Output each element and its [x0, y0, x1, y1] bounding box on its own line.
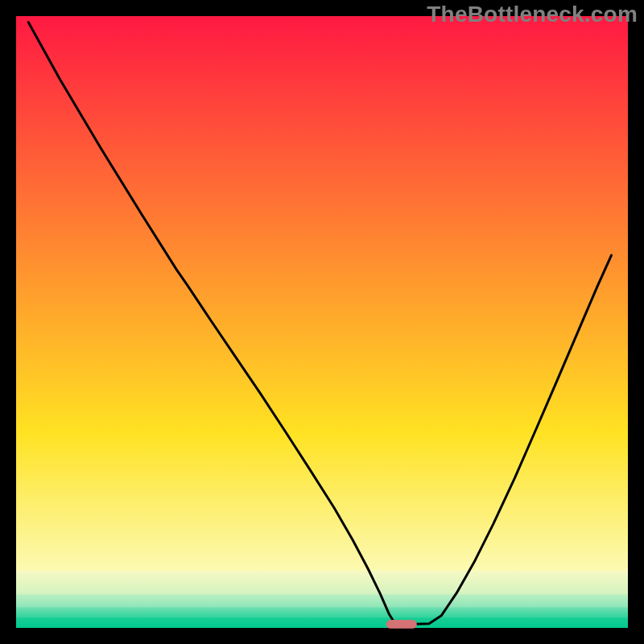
frame-left: [0, 0, 16, 644]
gradient-band: [16, 16, 628, 432]
frame-bottom: [0, 628, 644, 644]
gradient-band: [16, 607, 628, 617]
chart-container: TheBottleneck.com: [0, 0, 644, 644]
gradient-band: [16, 617, 628, 628]
gradient-band: [16, 571, 628, 594]
gradient-band: [16, 594, 628, 607]
optimal-marker: [386, 620, 417, 629]
bottleneck-chart: [0, 0, 644, 644]
frame-right: [628, 0, 644, 644]
watermark-text: TheBottleneck.com: [427, 2, 638, 27]
gradient-band: [16, 432, 628, 572]
